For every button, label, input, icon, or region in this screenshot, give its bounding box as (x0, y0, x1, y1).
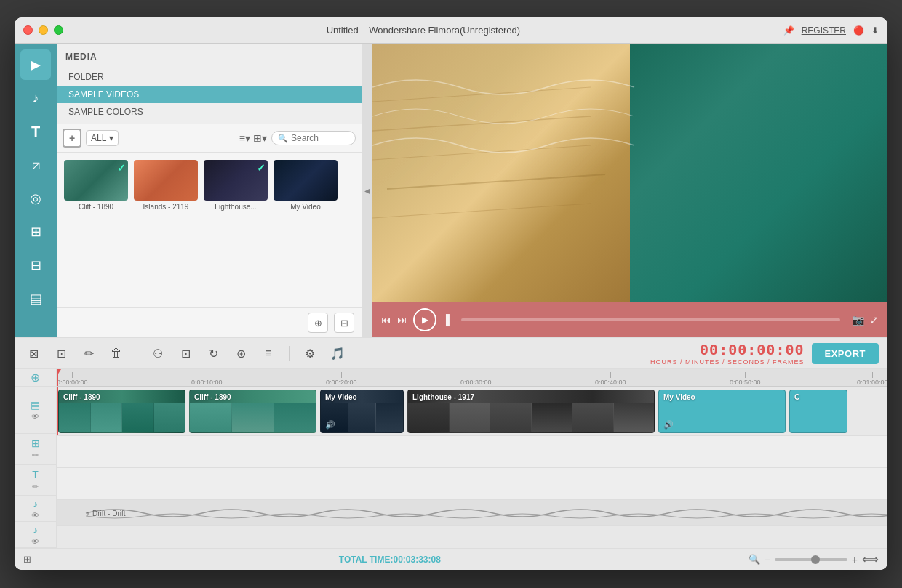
clip-myvideo1[interactable]: My Video 🔊 (320, 390, 404, 433)
effect-eye-icon[interactable]: ✏ (32, 451, 39, 460)
media-item-cliff[interactable]: ✓ Cliff - 1890 (64, 160, 128, 211)
close-button[interactable] (23, 25, 33, 35)
sidebar-item-titles[interactable]: T (20, 116, 51, 147)
check-icon-lighthouse: ✓ (257, 162, 266, 174)
grid-view-icon[interactable]: ⊞▾ (253, 132, 267, 144)
clip-cliff2[interactable]: Cliff - 1890 (189, 390, 316, 433)
clip-cliff1[interactable]: Cliff - 1890 (58, 390, 185, 433)
maximize-button[interactable] (54, 25, 63, 35)
split-icon: ⊟ (31, 257, 41, 273)
sidebar-item-filmstrip[interactable]: ▤ (20, 283, 51, 314)
zoom-slider[interactable] (775, 558, 847, 561)
sidebar-item-audio[interactable]: ♪ (20, 83, 51, 113)
sidebar: ▶ ♪ T ⧄ ◎ ⊞ ⊟ ▤ (15, 44, 57, 337)
clip-myvideo2[interactable]: My Video 🔊 (658, 390, 786, 433)
check-icon-cliff: ✓ (117, 162, 126, 174)
clip-overflow[interactable]: C (789, 390, 847, 433)
audio-icon-myvideo1: 🔊 (325, 420, 335, 430)
preview-panel: ⏮ ⏭ ▶ ▐ 📷 ⤢ (372, 44, 887, 337)
rotate-tool-button[interactable]: ↻ (203, 343, 223, 363)
screenshot-button[interactable]: 📷 (852, 314, 864, 326)
track-icons: ⊕ ▤ 👁 ⊞ ✏ T ✏ ♪ 👁 (15, 369, 57, 548)
speed-tool-button[interactable]: ⚙ (300, 343, 320, 363)
playhead[interactable] (57, 369, 58, 386)
app-window: Untitled – Wondershare Filmora(Unregiste… (15, 17, 887, 570)
media-thumb-cliff: ✓ (64, 160, 128, 201)
step-back-button[interactable]: ⏭ (397, 314, 407, 326)
zoom-plus-button[interactable]: + (852, 554, 858, 565)
audio2-track-icons: ♪ 👁 (15, 522, 56, 548)
zoom-controls: 🔍 − + ⟺ (749, 552, 879, 566)
all-filter-label: ALL (91, 133, 106, 143)
svg-rect-5 (57, 500, 887, 525)
download-icon: ⬇ (871, 25, 879, 36)
media-footer: ⊕ ⊟ (57, 307, 362, 337)
media-item-myvideo[interactable]: My Video (274, 160, 338, 211)
zoom-slider-thumb (811, 555, 820, 564)
sidebar-item-media[interactable]: ▶ (20, 49, 51, 80)
media-nav: FOLDER SAMPLE VIDEOS SAMPLE COLORS (57, 65, 362, 124)
grid-view-footer-icon[interactable]: ⊞ (23, 554, 31, 565)
register-link[interactable]: REGISTER (802, 25, 846, 36)
sidebar-item-split[interactable]: ⊟ (20, 250, 51, 281)
total-time: TOTAL TIME:00:03:33:08 (31, 555, 749, 565)
export-button[interactable]: EXPORT (812, 343, 879, 364)
time-progress-bar[interactable] (461, 318, 840, 321)
audio2-eye-icon[interactable]: 👁 (31, 537, 39, 546)
sidebar-item-transitions[interactable]: ⧄ (20, 150, 51, 180)
sidebar-item-effects[interactable]: ◎ (20, 183, 51, 214)
chevron-down-icon: ▾ (109, 133, 113, 143)
clip-lighthouse[interactable]: Lighthouse - 1917 (407, 390, 655, 433)
media-icon: ▶ (31, 57, 41, 73)
text-eye-icon[interactable]: ✏ (32, 482, 39, 491)
minimize-button[interactable] (39, 25, 48, 35)
add-track-icon[interactable]: ⊕ (31, 371, 40, 384)
preview-video (372, 44, 887, 302)
sidebar-item-elements[interactable]: ⊞ (20, 217, 51, 247)
nav-sample-videos[interactable]: SAMPLE VIDEOS (57, 86, 362, 103)
preview-controls: ⏮ ⏭ ▶ ▐ 📷 ⤢ (372, 302, 887, 337)
clip-label-myvideo2: My Video (663, 393, 695, 401)
search-input[interactable] (291, 133, 349, 143)
video-eye-icon[interactable]: 👁 (31, 412, 39, 421)
timeline-toolbar: ⊠ ⊡ ✏ 🗑 ⚇ ⊡ ↻ ⊛ ≡ ⚙ 🎵 00:00:00:00 HOURS … (15, 337, 887, 369)
media-thumb-islands (134, 160, 198, 201)
audio-tool-button[interactable]: 🎵 (327, 343, 348, 363)
delete-tool-button[interactable]: 🗑 (106, 343, 127, 363)
fit-to-window-button[interactable]: ⟺ (862, 552, 879, 566)
preview-right (630, 44, 887, 302)
edit-tool-button[interactable]: ✏ (79, 343, 99, 363)
main-content: ▶ ♪ T ⧄ ◎ ⊞ ⊟ ▤ (15, 44, 887, 337)
split-tool-button[interactable]: ⊠ (23, 343, 44, 363)
clip-label-myvideo1: My Video (325, 393, 357, 401)
nav-sample-colors[interactable]: SAMPLE COLORS (57, 103, 362, 121)
play-button[interactable]: ▶ (413, 308, 436, 331)
crop-tool-button[interactable]: ⊡ (175, 343, 196, 363)
audio-track-label: ♪ Drift - Drift (86, 509, 126, 517)
text-track-icons: T ✏ (15, 465, 56, 496)
skip-back-button[interactable]: ⏮ (381, 314, 391, 326)
chevron-left-icon: ◀ (364, 187, 370, 195)
volume-icon: ▐ (442, 314, 450, 326)
search-box: 🔍 (271, 131, 356, 145)
list-view-icon[interactable]: ≡▾ (239, 132, 250, 144)
zoom-minus-button[interactable]: − (765, 554, 770, 565)
add-media-button[interactable]: + (63, 129, 81, 148)
panel-collapse-handle[interactable]: ◀ (362, 44, 372, 337)
media-item-islands[interactable]: Islands - 2119 (134, 160, 198, 211)
adjust-tool-button[interactable]: ≡ (258, 343, 279, 363)
faceoff-tool-button[interactable]: ⚇ (148, 343, 168, 363)
snapshot-tool-button[interactable]: ⊡ (51, 343, 71, 363)
color-tool-button[interactable]: ⊛ (231, 343, 251, 363)
all-filter-select[interactable]: ALL ▾ (86, 130, 119, 146)
video-track-icons: ▤ 👁 (15, 387, 56, 434)
audio-eye-icon[interactable]: 👁 (31, 511, 39, 520)
delete-button[interactable]: ⊟ (334, 313, 354, 333)
toolbar-divider-1 (137, 346, 137, 361)
import-button[interactable]: ⊕ (308, 313, 328, 333)
media-item-lighthouse[interactable]: ✓ Lighthouse... (204, 160, 268, 211)
fullscreen-button[interactable]: ⤢ (870, 314, 879, 326)
titlebar-actions: 📌 REGISTER 🔴 ⬇ (783, 25, 879, 36)
traffic-lights (23, 25, 63, 35)
nav-folder[interactable]: FOLDER (57, 68, 362, 86)
